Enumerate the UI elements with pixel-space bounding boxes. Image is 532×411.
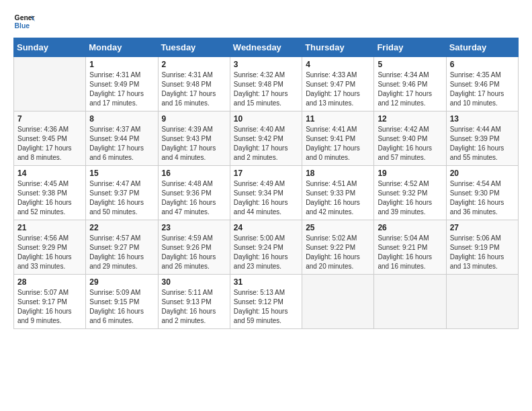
calendar-cell: 18Sunrise: 4:51 AMSunset: 9:33 PMDayligh…: [302, 166, 374, 220]
day-number: 11: [306, 114, 370, 124]
calendar-cell: [302, 275, 374, 329]
day-number: 31: [234, 277, 298, 287]
day-number: 29: [89, 277, 154, 287]
day-number: 23: [162, 223, 226, 232]
day-info: Sunrise: 4:59 AMSunset: 9:26 PMDaylight:…: [162, 234, 226, 271]
calendar-cell: 28Sunrise: 5:07 AMSunset: 9:17 PMDayligh…: [14, 275, 86, 329]
calendar-cell: 30Sunrise: 5:11 AMSunset: 9:13 PMDayligh…: [158, 275, 230, 329]
day-info: Sunrise: 4:36 AMSunset: 9:45 PMDaylight:…: [17, 125, 82, 163]
day-number: 24: [234, 223, 298, 232]
day-number: 22: [89, 223, 154, 232]
day-number: 20: [450, 169, 515, 178]
calendar-table: SundayMondayTuesdayWednesdayThursdayFrid…: [13, 38, 519, 329]
col-header-thursday: Thursday: [302, 38, 374, 57]
page-header: General Blue: [13, 11, 519, 32]
col-header-monday: Monday: [86, 38, 158, 57]
calendar-cell: 21Sunrise: 4:56 AMSunset: 9:29 PMDayligh…: [14, 220, 86, 275]
calendar-cell: 1Sunrise: 4:31 AMSunset: 9:49 PMDaylight…: [86, 57, 158, 111]
calendar-cell: 25Sunrise: 5:02 AMSunset: 9:22 PMDayligh…: [302, 220, 374, 275]
day-info: Sunrise: 4:45 AMSunset: 9:38 PMDaylight:…: [17, 179, 82, 217]
day-number: 30: [162, 277, 226, 287]
day-number: 9: [162, 114, 226, 124]
day-number: 1: [89, 60, 154, 69]
day-number: 5: [378, 60, 442, 69]
calendar-cell: 10Sunrise: 4:40 AMSunset: 9:42 PMDayligh…: [230, 111, 302, 166]
day-info: Sunrise: 4:56 AMSunset: 9:29 PMDaylight:…: [17, 234, 82, 271]
calendar-cell: [14, 57, 86, 111]
day-number: 17: [234, 169, 298, 178]
col-header-wednesday: Wednesday: [230, 38, 302, 57]
day-info: Sunrise: 4:44 AMSunset: 9:39 PMDaylight:…: [450, 125, 515, 163]
day-number: 21: [17, 223, 82, 232]
day-info: Sunrise: 4:42 AMSunset: 9:40 PMDaylight:…: [378, 125, 442, 163]
day-number: 7: [17, 114, 82, 124]
calendar-cell: 4Sunrise: 4:33 AMSunset: 9:47 PMDaylight…: [302, 57, 374, 111]
day-info: Sunrise: 5:06 AMSunset: 9:19 PMDaylight:…: [450, 234, 515, 271]
calendar-cell: [374, 275, 446, 329]
calendar-cell: 16Sunrise: 4:48 AMSunset: 9:36 PMDayligh…: [158, 166, 230, 220]
day-info: Sunrise: 4:34 AMSunset: 9:46 PMDaylight:…: [378, 71, 442, 108]
day-number: 3: [234, 60, 298, 69]
day-number: 18: [306, 169, 370, 178]
day-number: 13: [450, 114, 515, 124]
day-info: Sunrise: 4:51 AMSunset: 9:33 PMDaylight:…: [306, 179, 370, 217]
day-number: 28: [17, 277, 82, 287]
calendar-cell: 24Sunrise: 5:00 AMSunset: 9:24 PMDayligh…: [230, 220, 302, 275]
day-info: Sunrise: 5:02 AMSunset: 9:22 PMDaylight:…: [306, 234, 370, 271]
calendar-week-2: 7Sunrise: 4:36 AMSunset: 9:45 PMDaylight…: [14, 111, 519, 166]
col-header-tuesday: Tuesday: [158, 38, 230, 57]
day-number: 4: [306, 60, 370, 69]
day-info: Sunrise: 5:00 AMSunset: 9:24 PMDaylight:…: [234, 234, 298, 271]
col-header-friday: Friday: [374, 38, 446, 57]
day-info: Sunrise: 4:57 AMSunset: 9:27 PMDaylight:…: [89, 234, 154, 271]
day-info: Sunrise: 4:41 AMSunset: 9:41 PMDaylight:…: [306, 125, 370, 163]
day-info: Sunrise: 4:33 AMSunset: 9:47 PMDaylight:…: [306, 71, 370, 108]
calendar-week-3: 14Sunrise: 4:45 AMSunset: 9:38 PMDayligh…: [14, 166, 519, 220]
calendar-cell: [446, 275, 518, 329]
day-info: Sunrise: 4:47 AMSunset: 9:37 PMDaylight:…: [89, 179, 154, 217]
calendar-cell: 12Sunrise: 4:42 AMSunset: 9:40 PMDayligh…: [374, 111, 446, 166]
calendar-cell: 22Sunrise: 4:57 AMSunset: 9:27 PMDayligh…: [86, 220, 158, 275]
day-number: 2: [162, 60, 226, 69]
col-header-sunday: Sunday: [14, 38, 86, 57]
day-number: 6: [450, 60, 515, 69]
day-number: 12: [378, 114, 442, 124]
calendar-cell: 26Sunrise: 5:04 AMSunset: 9:21 PMDayligh…: [374, 220, 446, 275]
calendar-cell: 5Sunrise: 4:34 AMSunset: 9:46 PMDaylight…: [374, 57, 446, 111]
calendar-header-row: SundayMondayTuesdayWednesdayThursdayFrid…: [14, 38, 519, 57]
day-info: Sunrise: 4:40 AMSunset: 9:42 PMDaylight:…: [234, 125, 298, 163]
day-info: Sunrise: 4:54 AMSunset: 9:30 PMDaylight:…: [450, 179, 515, 217]
calendar-cell: 7Sunrise: 4:36 AMSunset: 9:45 PMDaylight…: [14, 111, 86, 166]
day-info: Sunrise: 4:48 AMSunset: 9:36 PMDaylight:…: [162, 179, 226, 217]
day-info: Sunrise: 5:07 AMSunset: 9:17 PMDaylight:…: [17, 288, 82, 326]
calendar-cell: 27Sunrise: 5:06 AMSunset: 9:19 PMDayligh…: [446, 220, 518, 275]
day-number: 27: [450, 223, 515, 232]
logo-icon: General Blue: [13, 11, 35, 32]
calendar-cell: 2Sunrise: 4:31 AMSunset: 9:48 PMDaylight…: [158, 57, 230, 111]
day-number: 25: [306, 223, 370, 232]
day-info: Sunrise: 4:32 AMSunset: 9:48 PMDaylight:…: [234, 71, 298, 108]
day-number: 8: [89, 114, 154, 124]
calendar-cell: 9Sunrise: 4:39 AMSunset: 9:43 PMDaylight…: [158, 111, 230, 166]
calendar-week-1: 1Sunrise: 4:31 AMSunset: 9:49 PMDaylight…: [14, 57, 519, 111]
calendar-week-5: 28Sunrise: 5:07 AMSunset: 9:17 PMDayligh…: [14, 275, 519, 329]
calendar-cell: 29Sunrise: 5:09 AMSunset: 9:15 PMDayligh…: [86, 275, 158, 329]
calendar-cell: 14Sunrise: 4:45 AMSunset: 9:38 PMDayligh…: [14, 166, 86, 220]
calendar-cell: 13Sunrise: 4:44 AMSunset: 9:39 PMDayligh…: [446, 111, 518, 166]
day-number: 26: [378, 223, 442, 232]
day-info: Sunrise: 5:13 AMSunset: 9:12 PMDaylight:…: [234, 288, 298, 326]
day-number: 15: [89, 169, 154, 178]
calendar-cell: 3Sunrise: 4:32 AMSunset: 9:48 PMDaylight…: [230, 57, 302, 111]
calendar-week-4: 21Sunrise: 4:56 AMSunset: 9:29 PMDayligh…: [14, 220, 519, 275]
calendar-cell: 6Sunrise: 4:35 AMSunset: 9:46 PMDaylight…: [446, 57, 518, 111]
day-info: Sunrise: 5:11 AMSunset: 9:13 PMDaylight:…: [162, 288, 226, 326]
day-number: 19: [378, 169, 442, 178]
day-info: Sunrise: 4:31 AMSunset: 9:49 PMDaylight:…: [89, 71, 154, 108]
day-info: Sunrise: 5:09 AMSunset: 9:15 PMDaylight:…: [89, 288, 154, 326]
calendar-cell: 11Sunrise: 4:41 AMSunset: 9:41 PMDayligh…: [302, 111, 374, 166]
calendar-cell: 15Sunrise: 4:47 AMSunset: 9:37 PMDayligh…: [86, 166, 158, 220]
day-number: 10: [234, 114, 298, 124]
day-number: 14: [17, 169, 82, 178]
calendar-cell: 17Sunrise: 4:49 AMSunset: 9:34 PMDayligh…: [230, 166, 302, 220]
day-info: Sunrise: 4:37 AMSunset: 9:44 PMDaylight:…: [89, 125, 154, 163]
